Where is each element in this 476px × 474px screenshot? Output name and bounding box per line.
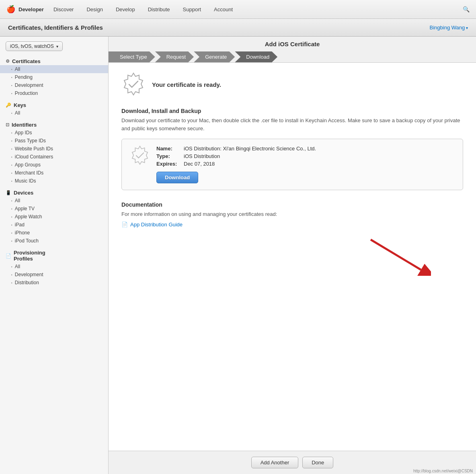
sidebar-item-certificates-all[interactable]: All bbox=[0, 65, 108, 73]
main-layout: iOS, tvOS, watchOS ⚙ Certificates All Pe… bbox=[0, 37, 476, 474]
devices-icon: 📱 bbox=[6, 190, 11, 195]
svg-marker-0 bbox=[124, 73, 143, 95]
nav-items: Discover Design Develop Distribute Suppo… bbox=[53, 5, 463, 14]
sidebar-item-provisioning-development[interactable]: Development bbox=[0, 271, 108, 279]
nav-item-support[interactable]: Support bbox=[183, 5, 201, 14]
sidebar-item-keys-all[interactable]: All bbox=[0, 109, 108, 117]
sidebar-section-keys: 🔑 Keys All bbox=[0, 100, 108, 117]
documentation-heading: Documentation bbox=[121, 201, 463, 208]
nav-item-develop[interactable]: Develop bbox=[116, 5, 135, 14]
content-body: Your certificate is ready. Download, Ins… bbox=[109, 63, 476, 451]
stepper: Select Type Request Generate Download bbox=[109, 51, 476, 62]
download-certificate-button[interactable]: Download bbox=[156, 172, 198, 183]
sidebar-item-devices-all[interactable]: All bbox=[0, 197, 108, 205]
user-name-dropdown[interactable]: Bingbing Wang bbox=[430, 25, 468, 31]
sidebar-section-header-identifiers: ⊡ Identifiers bbox=[0, 119, 108, 129]
svg-line-3 bbox=[371, 240, 421, 270]
sidebar-section-provisioning: 📄 ProvisioningProfiles All Development D… bbox=[0, 247, 108, 287]
sidebar-item-provisioning-distribution[interactable]: Distribution bbox=[0, 279, 108, 287]
sidebar-section-certificates: ⚙ Certificates All Pending Development P… bbox=[0, 56, 108, 97]
cert-type-value: iOS Distribution bbox=[184, 153, 220, 159]
cert-type-label: Type: bbox=[156, 153, 181, 159]
documentation-desc: For more information on using and managi… bbox=[121, 210, 463, 218]
arrow-annotation bbox=[121, 228, 431, 276]
nav-item-distribute[interactable]: Distribute bbox=[148, 5, 170, 14]
step-select-type: Select Type bbox=[109, 51, 155, 62]
nav-item-design[interactable]: Design bbox=[86, 5, 103, 14]
sidebar-section-header-certificates: ⚙ Certificates bbox=[0, 56, 108, 65]
cert-expires-row: Expires: Dec 07, 2018 bbox=[156, 161, 455, 167]
provisioning-icon: 📄 bbox=[6, 253, 11, 259]
cert-ready-section: Your certificate is ready. bbox=[121, 72, 463, 96]
identifiers-label: Identifiers bbox=[12, 122, 37, 128]
sidebar-item-certificates-production[interactable]: Production bbox=[0, 89, 108, 97]
cert-ready-text: Your certificate is ready. bbox=[152, 81, 221, 88]
sidebar-item-apple-tv[interactable]: Apple TV bbox=[0, 205, 108, 213]
sidebar-item-iphone[interactable]: iPhone bbox=[0, 229, 108, 237]
sidebar-section-devices: 📱 Devices All Apple TV Apple Watch iPad … bbox=[0, 187, 108, 245]
certificates-label: Certificates bbox=[12, 58, 41, 64]
provisioning-label: ProvisioningProfiles bbox=[14, 250, 45, 262]
step-download: Download bbox=[235, 51, 277, 62]
sidebar-section-header-devices: 📱 Devices bbox=[0, 187, 108, 197]
cert-ready-icon bbox=[121, 72, 146, 96]
sidebar-item-website-push-ids[interactable]: Website Push IDs bbox=[0, 145, 108, 153]
content-title: Add iOS Certificate bbox=[109, 41, 476, 47]
cert-expires-label: Expires: bbox=[156, 161, 181, 167]
cert-type-row: Type: iOS Distribution bbox=[156, 153, 455, 159]
brand-label: Developer bbox=[18, 6, 44, 12]
sidebar-item-app-groups[interactable]: App Groups bbox=[0, 161, 108, 169]
devices-label: Devices bbox=[14, 190, 33, 196]
top-navigation: 🍎 Developer Discover Design Develop Dist… bbox=[0, 0, 476, 19]
identifiers-icon: ⊡ bbox=[6, 122, 9, 127]
sidebar-item-app-ids[interactable]: App IDs bbox=[0, 129, 108, 137]
platform-selector[interactable]: iOS, tvOS, watchOS bbox=[6, 41, 103, 51]
sidebar-item-certificates-pending[interactable]: Pending bbox=[0, 73, 108, 81]
sidebar-item-icloud-containers[interactable]: iCloud Containers bbox=[0, 153, 108, 161]
cert-card-icon bbox=[130, 146, 150, 166]
download-section-heading: Download, Install and Backup bbox=[121, 108, 463, 114]
svg-marker-1 bbox=[132, 146, 148, 164]
content-footer: Add Another Done http://blog.csdn.net/we… bbox=[109, 451, 476, 474]
keys-icon: 🔑 bbox=[6, 103, 11, 108]
content-header: Add iOS Certificate Select Type Request … bbox=[109, 37, 476, 63]
sidebar-section-header-provisioning: 📄 ProvisioningProfiles bbox=[0, 247, 108, 263]
cert-card-details: Name: iOS Distribution: Xi'an Bingqi Ele… bbox=[156, 146, 455, 183]
sidebar: iOS, tvOS, watchOS ⚙ Certificates All Pe… bbox=[0, 37, 109, 474]
content-area: Add iOS Certificate Select Type Request … bbox=[109, 37, 476, 474]
sidebar-section-header-keys: 🔑 Keys bbox=[0, 100, 108, 109]
sidebar-item-pass-type-ids[interactable]: Pass Type IDs bbox=[0, 137, 108, 145]
nav-item-account[interactable]: Account bbox=[214, 5, 233, 14]
apple-logo-icon: 🍎 bbox=[6, 5, 15, 14]
search-icon[interactable]: 🔍 bbox=[463, 6, 470, 12]
sidebar-item-ipad[interactable]: iPad bbox=[0, 221, 108, 229]
document-icon: 📄 bbox=[121, 222, 128, 228]
red-arrow-svg bbox=[359, 236, 431, 276]
sidebar-item-merchant-ids[interactable]: Merchant IDs bbox=[0, 169, 108, 177]
watermark: http://blog.csdn.net/weixi@CSDN bbox=[413, 469, 473, 473]
cert-name-row: Name: iOS Distribution: Xi'an Bingqi Ele… bbox=[156, 146, 455, 152]
add-another-button[interactable]: Add Another bbox=[251, 457, 299, 468]
download-section-desc: Download your certificate to your Mac, t… bbox=[121, 117, 463, 132]
cert-card: Name: iOS Distribution: Xi'an Bingqi Ele… bbox=[121, 139, 463, 190]
sidebar-item-provisioning-all[interactable]: All bbox=[0, 263, 108, 271]
step-generate: Generate bbox=[194, 51, 235, 62]
sidebar-item-music-ids[interactable]: Music IDs bbox=[0, 177, 108, 185]
sidebar-item-ipod-touch[interactable]: iPod Touch bbox=[0, 237, 108, 245]
cert-expires-value: Dec 07, 2018 bbox=[184, 161, 215, 167]
platform-dropdown[interactable]: iOS, tvOS, watchOS bbox=[6, 41, 63, 51]
sidebar-section-identifiers: ⊡ Identifiers App IDs Pass Type IDs Webs… bbox=[0, 119, 108, 185]
app-distribution-guide-label: App Distribution Guide bbox=[130, 222, 183, 228]
done-button[interactable]: Done bbox=[302, 457, 333, 468]
sidebar-item-certificates-development[interactable]: Development bbox=[0, 81, 108, 89]
app-distribution-guide-link[interactable]: 📄 App Distribution Guide bbox=[121, 222, 463, 228]
certificates-icon: ⚙ bbox=[6, 59, 10, 64]
sub-header: Certificates, Identifiers & Profiles Bin… bbox=[0, 19, 476, 37]
nav-item-discover[interactable]: Discover bbox=[53, 5, 74, 14]
cert-name-value: iOS Distribution: Xi'an Bingqi Electroni… bbox=[184, 146, 316, 152]
page-title: Certificates, Identifiers & Profiles bbox=[8, 24, 103, 31]
sidebar-item-apple-watch[interactable]: Apple Watch bbox=[0, 213, 108, 221]
step-request: Request bbox=[155, 51, 194, 62]
keys-label: Keys bbox=[14, 102, 26, 108]
cert-name-label: Name: bbox=[156, 146, 181, 152]
